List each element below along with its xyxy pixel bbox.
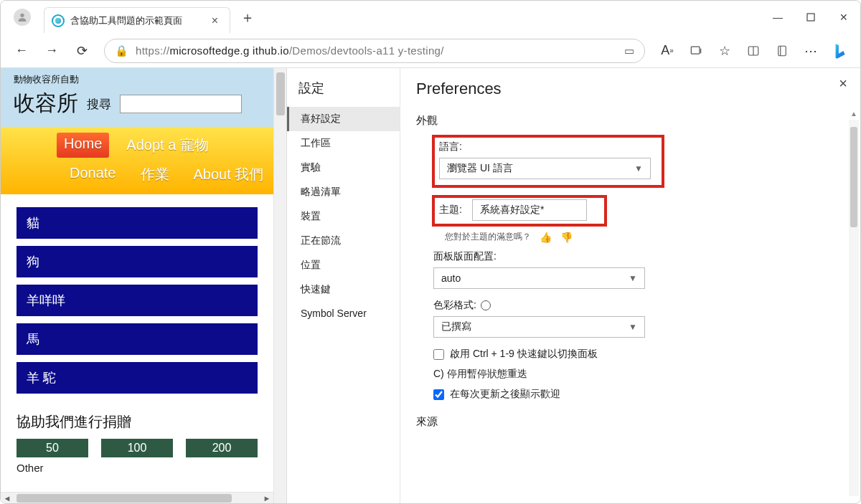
thumbs-up-icon[interactable]: 👍 <box>540 232 552 243</box>
more-button[interactable]: ⋯ <box>797 37 824 65</box>
category-item[interactable]: 狗 <box>17 246 258 277</box>
language-field-highlight: 語言: 瀏覽器 UI 語言 ▼ <box>433 136 663 186</box>
refresh-button[interactable]: ⟳ <box>68 37 95 65</box>
panel-layout-label: 面板版面配置: <box>433 250 843 263</box>
forward-button[interactable]: → <box>38 37 65 65</box>
window-close-button[interactable]: ✕ <box>827 1 860 34</box>
nav-about[interactable]: About 我們 <box>187 162 271 187</box>
donate-heading: 協助我們進行捐贈 <box>1 406 273 439</box>
page-banner: 動物收容所自動 收容所 搜尋 <box>1 68 273 127</box>
settings-nav-locations[interactable]: 位置 <box>287 253 400 277</box>
svg-rect-2 <box>691 47 700 54</box>
devtools-panel: 設定 喜好設定 工作區 實驗 略過清單 裝置 正在節流 位置 快速鍵 Symbo… <box>286 68 860 503</box>
color-format-value: 已撰寫 <box>441 320 471 333</box>
category-item[interactable]: 羊咩咩 <box>17 285 258 316</box>
main-nav: Home Adopt a 寵物 Donate 作業 About 我們 <box>1 127 273 194</box>
text-size-button[interactable]: A» <box>654 37 681 65</box>
site-brand: 收容所 <box>14 89 78 118</box>
shortcut-checkbox[interactable] <box>433 349 444 360</box>
settings-close-button[interactable]: × <box>839 75 847 92</box>
settings-nav-experiments[interactable]: 實驗 <box>287 156 400 180</box>
settings-nav-symbol-server[interactable]: Symbol Server <box>287 302 400 325</box>
window-titlebar: 含協助工具問題的示範頁面 × ＋ — ✕ <box>1 1 860 34</box>
other-amount-label: Other <box>1 462 273 488</box>
nav-adopt[interactable]: Adopt a 寵物 <box>119 133 216 158</box>
theme-field-highlight: 主題: 系統喜好設定* <box>433 196 606 225</box>
content-area: 動物收容所自動 收容所 搜尋 Home Adopt a 寵物 Donate 作業 <box>1 68 860 503</box>
warning-icon <box>481 300 491 310</box>
settings-nav-throttling[interactable]: 正在節流 <box>287 229 400 253</box>
svg-rect-1 <box>807 14 814 21</box>
scroll-up-icon[interactable]: ▲ <box>849 108 859 118</box>
chevron-down-icon: ▼ <box>629 322 637 332</box>
theme-value: 系統喜好設定* <box>480 204 544 217</box>
favorite-button[interactable]: ☆ <box>711 37 738 65</box>
thumbs-down-icon[interactable]: 👎 <box>560 232 573 243</box>
browser-toolbar: ← → ⟳ 🔒 https://microsoftedge.g ithub.io… <box>1 34 860 68</box>
settings-nav-preferences[interactable]: 喜好設定 <box>287 107 400 131</box>
settings-sidebar: 設定 喜好設定 工作區 實驗 略過清單 裝置 正在節流 位置 快速鍵 Symbo… <box>287 68 400 503</box>
read-aloud-button[interactable] <box>682 37 710 65</box>
amount-button[interactable]: 200 <box>186 439 258 457</box>
search-input[interactable] <box>120 95 242 113</box>
new-tab-button[interactable]: ＋ <box>230 8 265 27</box>
svg-point-0 <box>20 14 24 17</box>
theme-label: 主題: <box>439 204 462 217</box>
back-button[interactable]: ← <box>8 37 35 65</box>
settings-nav-ignore-list[interactable]: 略過清單 <box>287 180 400 204</box>
appearance-heading: 外觀 <box>416 114 843 128</box>
category-item[interactable]: 馬 <box>17 323 258 355</box>
settings-nav-workspace[interactable]: 工作區 <box>287 131 400 156</box>
theme-feedback-row: 您對於主題的滿意嗎？ 👍 👎 <box>416 231 843 243</box>
tab-close-button[interactable]: × <box>207 14 222 27</box>
panel-layout-value: auto <box>441 272 461 284</box>
browser-tab[interactable]: 含協助工具問題的示範頁面 × <box>44 7 230 33</box>
settings-nav-devices[interactable]: 裝置 <box>287 204 400 229</box>
window-minimize-button[interactable]: — <box>761 1 794 34</box>
donate-amounts: 50 100 200 <box>1 439 273 462</box>
source-heading: 來源 <box>416 415 843 429</box>
welcome-checkbox[interactable] <box>433 389 444 400</box>
category-list: 貓 狗 羊咩咩 馬 羊 駝 <box>1 194 273 406</box>
bing-chat-button[interactable] <box>826 37 853 65</box>
category-item[interactable]: 羊 駝 <box>17 362 258 394</box>
page-horizontal-scrollbar[interactable]: ◄ ► <box>1 492 273 503</box>
address-bar[interactable]: 🔒 https://microsoftedge.g ithub.io/Demos… <box>104 39 645 63</box>
theme-select[interactable]: 系統喜好設定* <box>472 199 587 221</box>
page-viewport: 動物收容所自動 收容所 搜尋 Home Adopt a 寵物 Donate 作業 <box>1 68 286 503</box>
shortcut-checkbox-label: 啟用 Ctrl + 1-9 快速鍵以切換面板 <box>450 348 598 361</box>
nav-donate[interactable]: Donate <box>62 162 123 187</box>
color-format-label: 色彩格式: <box>433 299 843 312</box>
scroll-right-icon[interactable]: ► <box>260 493 273 504</box>
page-vertical-scrollbar[interactable] <box>273 68 286 503</box>
welcome-checkbox-row[interactable]: 在每次更新之後顯示歡迎 <box>433 388 843 401</box>
chevron-down-icon: ▼ <box>634 163 643 173</box>
search-label: 搜尋 <box>87 96 111 113</box>
shortcut-checkbox-row[interactable]: 啟用 Ctrl + 1-9 快速鍵以切換面板 <box>433 348 843 361</box>
category-item[interactable]: 貓 <box>17 207 258 239</box>
pause-overlay-label: C) 停用暫停狀態重迭 <box>433 368 527 381</box>
reader-icon[interactable]: ▭ <box>624 44 634 57</box>
welcome-checkbox-label: 在每次更新之後顯示歡迎 <box>450 388 560 401</box>
banner-subtitle: 動物收容所自動 <box>14 74 260 86</box>
nav-jobs[interactable]: 作業 <box>133 162 177 187</box>
color-format-select[interactable]: 已撰寫 ▼ <box>433 316 645 338</box>
amount-button[interactable]: 100 <box>101 439 173 457</box>
amount-button[interactable]: 50 <box>17 439 88 457</box>
split-screen-button[interactable] <box>740 37 767 65</box>
scroll-left-icon[interactable]: ◄ <box>1 493 14 504</box>
preferences-title: Preferences <box>416 80 843 98</box>
nav-home[interactable]: Home <box>57 133 109 158</box>
panel-layout-select[interactable]: auto ▼ <box>433 267 645 289</box>
language-select[interactable]: 瀏覽器 UI 語言 ▼ <box>439 158 651 179</box>
theme-feedback-text: 您對於主題的滿意嗎？ <box>445 231 531 243</box>
profile-avatar[interactable] <box>14 9 31 26</box>
language-value: 瀏覽器 UI 語言 <box>447 162 513 175</box>
window-maximize-button[interactable] <box>794 1 827 34</box>
preferences-scrollbar[interactable]: ▲ <box>849 120 859 496</box>
pause-overlay-row: C) 停用暫停狀態重迭 <box>433 368 843 381</box>
url-text: https://microsoftedge.g ithub.io/Demos/d… <box>136 44 617 57</box>
collections-button[interactable] <box>768 37 796 65</box>
color-format-field: 色彩格式: 已撰寫 ▼ <box>433 299 843 338</box>
settings-nav-shortcuts[interactable]: 快速鍵 <box>287 277 400 302</box>
